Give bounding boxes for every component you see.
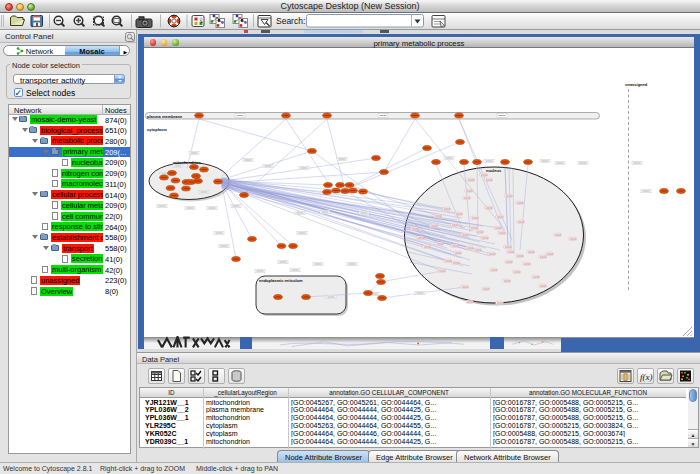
svg-text:cytoplasm: cytoplasm bbox=[147, 127, 167, 132]
svg-text:nucleus: nucleus bbox=[486, 168, 502, 173]
svg-text:f(x): f(x) bbox=[640, 372, 653, 382]
svg-text:plasma membrane: plasma membrane bbox=[147, 114, 183, 119]
svg-text:Search:: Search: bbox=[276, 16, 305, 26]
svg-text:unassigned: unassigned bbox=[625, 82, 648, 87]
svg-text:mitochondrion: mitochondrion bbox=[173, 160, 202, 165]
svg-text:endoplasmic reticulum: endoplasmic reticulum bbox=[259, 278, 303, 283]
